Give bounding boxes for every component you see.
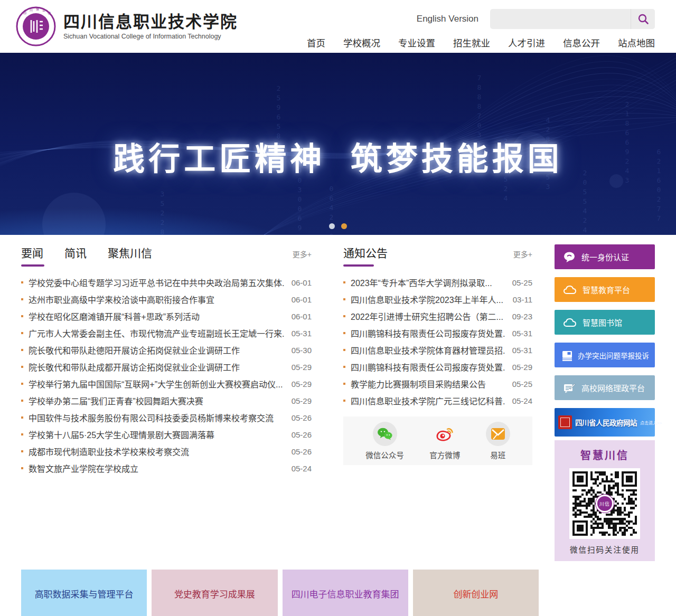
notice-list-item[interactable]: 四川信息职业技术学院2023年上半年人... 03-11 [343, 291, 532, 308]
news-list-item[interactable]: 学校党委中心组专题学习习近平总书记在中共中央政治局第五次集体... 06-01 [21, 274, 312, 291]
card-innovation-site[interactable]: 创新创业网 [413, 570, 539, 616]
speech-bubble-icon [563, 251, 576, 263]
bullet-icon [21, 383, 23, 385]
notice-item-date: 05-24 [512, 396, 532, 405]
notice-list-item[interactable]: 2022年引进博士研究生招聘公告（第二... 09-23 [343, 308, 532, 325]
smart-cx-qr-panel: 智慧川信 川信 微信扫码关注使用 [555, 440, 655, 561]
notice-item-date: 03-11 [513, 295, 532, 304]
bullet-icon [21, 315, 23, 317]
card-vocational-data-platform[interactable]: 高职数据采集与管理平台 [21, 570, 147, 616]
social-weibo[interactable]: 官方微博 [429, 422, 460, 460]
news-item-date: 05-31 [292, 329, 312, 338]
news-list-item[interactable]: 学校举行第九届中国国际“互联网+”大学生创新创业大赛校赛启动仪... 05-29 [21, 375, 312, 392]
notices-column: 通知公告 更多+ 2023年“专升本”西华大学调剂拟录取... 05-25 四川… [343, 244, 532, 465]
tab-jianxun[interactable]: 简讯 [64, 244, 87, 267]
news-item-title: 学校举行第九届中国国际“互联网+”大学生创新创业大赛校赛启动仪... [29, 377, 284, 390]
carousel-dot-1[interactable] [329, 223, 335, 229]
bullet-icon [343, 281, 345, 283]
notice-list-item[interactable]: 四川鹏锦科技有限责任公司报废存货处置... 05-31 [343, 325, 532, 342]
nav-item-home[interactable]: 首页 [307, 36, 325, 49]
news-item-date: 05-30 [292, 346, 312, 355]
tab-yaowen[interactable]: 要闻 [21, 244, 43, 267]
news-list-item[interactable]: 数智文旅产业学院在学校成立 05-24 [21, 460, 312, 477]
gov-seal-icon [558, 415, 572, 429]
news-item-date: 05-26 [292, 430, 312, 439]
card-party-history-exhibit[interactable]: 党史教育学习成果展 [152, 570, 277, 616]
smart-library-label: 智慧图书馆 [583, 317, 622, 328]
complaint-report-button[interactable]: 办学突出问题举报投诉 [555, 343, 655, 367]
svg-text:信: 信 [36, 7, 39, 11]
bullet-icon [343, 349, 345, 351]
notice-list-item[interactable]: 四川信息职业技术学院广元三线记忆科普... 05-24 [343, 392, 532, 409]
svg-text:息: 息 [42, 8, 45, 12]
news-item-title: 学校在昭化区磨滩镇开展“科普+思政”系列活动 [29, 310, 284, 323]
quick-link-cards: 高职数据采集与管理平台 党史教育学习成果展 四川电子信息职业教育集团 创新创业网 [21, 570, 539, 616]
news-item-title: 院长敬代和带队赴德阳开展访企拓岗促就业企业调研工作 [29, 344, 284, 356]
main-content: 要闻 简讯 聚焦川信 更多+ 学校党委中心组专题学习习近平总书记在中共中央政治局… [0, 235, 676, 616]
news-item-title: 学校党委中心组专题学习习近平总书记在中共中央政治局第五次集体... [29, 276, 284, 289]
nav-item-info[interactable]: 信息公开 [563, 36, 600, 49]
news-list-item[interactable]: 院长敬代和带队赴成都开展访企拓岗促就业企业调研工作 05-29 [21, 358, 312, 375]
complaint-report-label: 办学突出问题举报投诉 [578, 350, 649, 361]
site-header: 四川信息学 四川信息职业技术学院 Sichuan Vocational Coll… [0, 0, 676, 53]
svg-text:学: 学 [48, 11, 51, 15]
card-einfo-education-group[interactable]: 四川电子信息职业教育集团 [283, 570, 408, 616]
sso-auth-label: 统一身份认证 [581, 251, 629, 262]
school-name-en: Sichuan Vocational College of Informatio… [63, 33, 238, 40]
bullet-icon [343, 332, 345, 334]
news-list-item[interactable]: 院长敬代和带队赴德阳开展访企拓岗促就业企业调研工作 05-30 [21, 342, 312, 358]
notices-title: 通知公告 [343, 244, 388, 267]
carousel-dots [329, 223, 347, 229]
sso-auth-button[interactable]: 统一身份认证 [555, 244, 655, 269]
news-list-item[interactable]: 达州市职业高级中学来校洽谈中高职衔接合作事宜 06-01 [21, 291, 312, 308]
notice-list-item[interactable]: 四川鹏锦科技有限责任公司报废存货处置... 05-29 [343, 358, 532, 375]
notice-item-title: 2023年“专升本”西华大学调剂拟录取... [351, 276, 505, 289]
nav-item-talent[interactable]: 人才引进 [508, 36, 545, 49]
bullet-icon [21, 467, 23, 469]
news-list-item[interactable]: 成都市现代制造职业技术学校来校考察交流 05-26 [21, 443, 312, 460]
news-item-title: 广元市人大常委会副主任、市现代物流产业专班副班长王定虓一行来... [29, 327, 284, 339]
smart-education-button[interactable]: 智慧教育平台 [555, 277, 655, 302]
tab-jujiao[interactable]: 聚焦川信 [108, 244, 152, 267]
bullet-icon [343, 298, 345, 300]
news-item-title: 成都市现代制造职业技术学校来校考察交流 [29, 445, 284, 458]
social-yiban[interactable]: 易班 [486, 422, 510, 460]
news-more-link[interactable]: 更多+ [293, 249, 312, 267]
school-seal-icon: 四川信息学 [16, 6, 56, 46]
bullet-icon [21, 298, 23, 300]
yiban-icon [490, 427, 506, 441]
nav-item-admissions[interactable]: 招生就业 [453, 36, 490, 49]
news-item-title: 数智文旅产业学院在学校成立 [29, 462, 284, 475]
cloud-icon [563, 285, 577, 295]
smart-library-button[interactable]: 智慧图书馆 [555, 310, 655, 335]
nav-item-sitemap[interactable]: 站点地图 [618, 36, 655, 49]
search-input[interactable] [490, 9, 631, 29]
news-list-item[interactable]: 学校第十八届5·25大学生心理情景剧大赛圆满落幕 05-26 [21, 426, 312, 443]
notice-list-item[interactable]: 2023年“专升本”西华大学调剂拟录取... 05-25 [343, 274, 532, 291]
news-list-item[interactable]: 学校在昭化区磨滩镇开展“科普+思政”系列活动 06-01 [21, 308, 312, 325]
nav-item-overview[interactable]: 学校概况 [343, 36, 380, 49]
notice-list-item[interactable]: 教学能力比赛摄制项目采购结果公告 05-25 [343, 375, 532, 392]
sichuan-gov-banner[interactable]: 四川省人民政府网站 点击进入>> [555, 408, 655, 437]
school-logo[interactable]: 四川信息学 四川信息职业技术学院 Sichuan Vocational Coll… [16, 6, 255, 46]
social-wechat[interactable]: 微信公众号 [365, 422, 404, 460]
news-list-item[interactable]: 中国软件与技术服务股份有限公司科技委委员杨斯博来校考察交流 05-26 [21, 409, 312, 426]
news-list-item[interactable]: 学校举办第二届“我们正青春”校园舞蹈大赛决赛 05-29 [21, 392, 312, 409]
social-yiban-label: 易班 [490, 449, 505, 460]
english-version-link[interactable]: English Version [417, 14, 478, 24]
bullet-icon [343, 315, 345, 317]
header-right: English Version 首页 学校概况 专业设置 招生就业 人才引进 信… [255, 4, 655, 49]
search-button[interactable] [631, 9, 655, 29]
net-governance-button[interactable]: 高校网络理政平台 [555, 375, 655, 400]
carousel-dot-2[interactable] [341, 223, 347, 229]
nav-item-majors[interactable]: 专业设置 [398, 36, 435, 49]
search-icon [637, 13, 649, 25]
smart-education-label: 智慧教育平台 [583, 284, 630, 295]
notice-list-item[interactable]: 四川信息职业技术学院体育器材管理员招... 05-31 [343, 342, 532, 358]
notices-more-link[interactable]: 更多+ [513, 249, 532, 267]
news-list-item[interactable]: 广元市人大常委会副主任、市现代物流产业专班副班长王定虓一行来... 05-31 [21, 325, 312, 342]
wechat-icon [377, 427, 393, 441]
notice-item-date: 05-25 [512, 278, 532, 287]
news-tabs: 要闻 简讯 聚焦川信 [21, 244, 152, 267]
memo-pencil-icon [563, 382, 576, 394]
